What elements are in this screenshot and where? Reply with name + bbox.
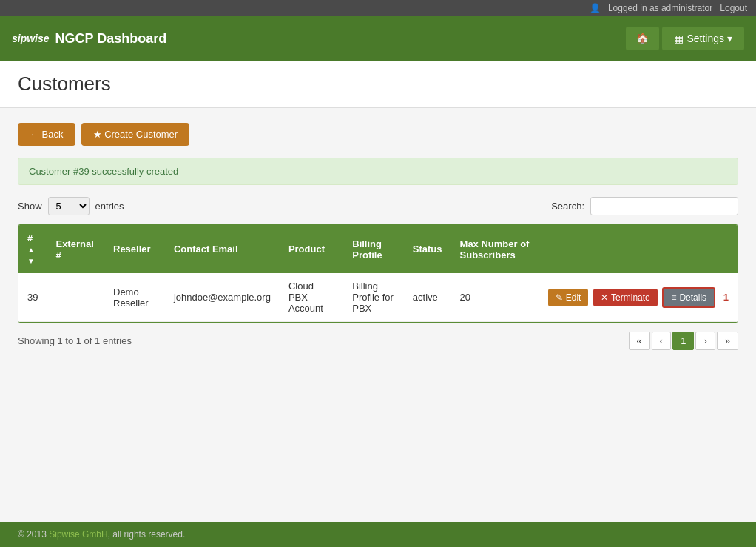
header: sipwise NGCP Dashboard 🏠 ▦ Settings ▾: [0, 16, 756, 61]
col-product: Product: [280, 225, 343, 273]
table-body: 39 Demo Reseller johndoe@example.org Clo…: [18, 273, 738, 322]
logged-in-text: Logged in as administrator: [608, 3, 712, 13]
col-contact-email: Contact Email: [165, 225, 280, 273]
home-icon: 🏠: [636, 33, 649, 44]
col-external: External #: [47, 225, 104, 273]
search-label: Search:: [551, 201, 584, 212]
header-nav: 🏠 ▦ Settings ▾: [626, 27, 744, 50]
top-bar: 👤 Logged in as administrator Logout: [0, 0, 756, 16]
cell-id: 39: [18, 273, 47, 322]
user-icon: 👤: [590, 3, 601, 13]
show-entries: Show 5 10 25 50 100 entries: [18, 197, 124, 215]
terminate-icon: ✕: [601, 292, 608, 303]
cell-product: Cloud PBX Account: [280, 273, 343, 322]
col-actions: [539, 225, 738, 273]
settings-icon: ▦: [674, 33, 684, 44]
showing-text: Showing 1 to 1 of 1 entries: [18, 335, 132, 346]
footer-text: © 2013 Sipwise GmbH, all rights reserved…: [18, 529, 185, 540]
last-page-button[interactable]: »: [717, 332, 738, 350]
details-icon: ≡: [671, 292, 676, 303]
page-1-button[interactable]: 1: [672, 332, 694, 350]
search-area: Search:: [551, 197, 738, 215]
page-title-area: Customers: [0, 61, 756, 108]
back-button[interactable]: ← Back: [18, 123, 75, 146]
cell-external: [47, 273, 104, 322]
customers-table: #▲▼ External # Reseller Contact Email Pr…: [18, 225, 738, 322]
table-header: #▲▼ External # Reseller Contact Email Pr…: [18, 225, 738, 273]
chevron-down-icon: ▾: [727, 33, 732, 44]
logo-text: NGCP Dashboard: [55, 31, 167, 47]
edit-button[interactable]: ✎ Edit: [548, 289, 589, 306]
controls-row: Show 5 10 25 50 100 entries Search:: [18, 197, 738, 215]
first-page-button[interactable]: «: [629, 332, 650, 350]
home-button[interactable]: 🏠: [626, 27, 659, 50]
next-page-button[interactable]: ›: [695, 332, 715, 350]
details-button[interactable]: ≡ Details: [662, 287, 715, 308]
page-title: Customers: [18, 73, 738, 95]
details-label: Details: [679, 292, 706, 303]
main-content: ← Back ★ Create Customer Customer #39 su…: [0, 108, 756, 522]
table-row: 39 Demo Reseller johndoe@example.org Clo…: [18, 273, 738, 322]
logout-link[interactable]: Logout: [720, 3, 747, 13]
show-label: Show: [18, 201, 42, 212]
entries-select[interactable]: 5 10 25 50 100: [48, 197, 90, 215]
cell-max-subscribers: 20: [451, 273, 539, 322]
create-customer-button[interactable]: ★ Create Customer: [81, 123, 190, 146]
terminate-label: Terminate: [611, 292, 650, 303]
pagination: « ‹ 1 › »: [629, 332, 738, 350]
success-alert: Customer #39 successfully created: [18, 158, 738, 185]
edit-icon: ✎: [556, 292, 563, 303]
logo-icon: sipwise: [12, 33, 50, 44]
settings-button[interactable]: ▦ Settings ▾: [662, 27, 744, 50]
col-id: #▲▼: [18, 225, 47, 273]
col-status: Status: [404, 225, 451, 273]
search-input[interactable]: [590, 197, 738, 215]
customers-table-container: #▲▼ External # Reseller Contact Email Pr…: [18, 224, 738, 323]
col-max-subscribers: Max Number of Subscribers: [451, 225, 539, 273]
logo: sipwise NGCP Dashboard: [12, 31, 166, 47]
cell-status: active: [404, 273, 451, 322]
cell-billing-profile: Billing Profile for PBX: [343, 273, 404, 322]
action-buttons: ← Back ★ Create Customer: [18, 123, 738, 146]
highlighted-number: 1: [723, 292, 729, 303]
alert-message: Customer #39 successfully created: [29, 166, 178, 177]
terminate-button[interactable]: ✕ Terminate: [593, 289, 658, 306]
entries-label: entries: [95, 201, 124, 212]
footer-link[interactable]: Sipwise GmbH: [49, 529, 107, 540]
footer: © 2013 Sipwise GmbH, all rights reserved…: [0, 522, 756, 547]
pagination-row: Showing 1 to 1 of 1 entries « ‹ 1 › »: [18, 332, 738, 350]
cell-contact-email: johndoe@example.org: [165, 273, 280, 322]
prev-page-button[interactable]: ‹: [652, 332, 671, 350]
col-reseller: Reseller: [104, 225, 165, 273]
settings-label: Settings: [686, 33, 724, 44]
cell-actions: ✎ Edit ✕ Terminate ≡ Details 1: [539, 273, 738, 322]
col-billing-profile: Billing Profile: [343, 225, 404, 273]
cell-reseller: Demo Reseller: [104, 273, 165, 322]
edit-label: Edit: [566, 292, 581, 303]
